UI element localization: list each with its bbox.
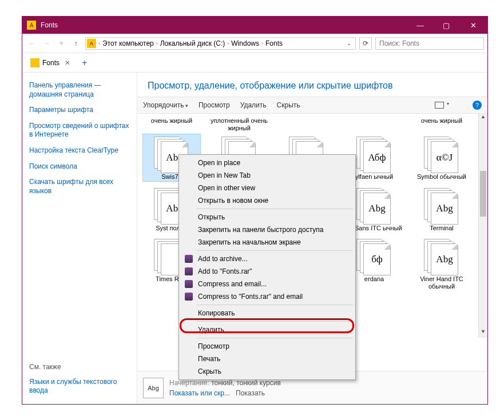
address-dropdown[interactable]: ⌄ xyxy=(344,40,354,46)
details-show-value: Показать xyxy=(236,389,265,397)
menu-item[interactable]: Копировать xyxy=(181,307,354,319)
help-button[interactable]: ? xyxy=(473,101,482,110)
sidebar-link[interactable]: Просмотр сведений о шрифтах в Интернете xyxy=(29,119,130,142)
breadcrumb[interactable]: Fonts xyxy=(265,39,283,47)
tab-label: Fonts xyxy=(42,59,59,67)
menu-item[interactable]: Compress to "Fonts.rar" and email xyxy=(181,290,354,303)
scrollbar[interactable]: ▲ ▼ xyxy=(478,114,487,338)
see-also-label: См. также xyxy=(29,360,130,374)
winrar-icon xyxy=(184,292,193,301)
delete-button[interactable]: Удалить xyxy=(240,101,267,109)
menu-separator xyxy=(197,250,353,251)
scroll-down-icon[interactable]: ▼ xyxy=(479,329,487,338)
menu-separator xyxy=(197,321,353,322)
new-tab-button[interactable]: + xyxy=(77,58,92,68)
menu-item[interactable]: Закрепить на начальном экране xyxy=(181,236,354,249)
winrar-icon xyxy=(184,267,193,276)
organize-button[interactable]: Упорядочить xyxy=(143,101,188,109)
scroll-thumb[interactable] xyxy=(480,171,486,217)
folder-icon xyxy=(30,58,39,67)
window-title: Fonts xyxy=(41,21,407,29)
folder-icon: A xyxy=(87,39,96,48)
hide-button[interactable]: Скрыть xyxy=(277,101,300,109)
font-item[interactable]: AbgViner Hand ITC обычный xyxy=(413,237,470,290)
menu-item[interactable]: Add to "Fonts.rar" xyxy=(181,265,354,278)
titlebar[interactable]: A Fonts — ▢ ✕ xyxy=(22,17,487,34)
font-label: Symbol обычный xyxy=(413,173,470,181)
search-input[interactable] xyxy=(375,37,484,50)
toolbar: Упорядочить Просмотр Удалить Скрыть ? xyxy=(137,97,487,114)
menu-item[interactable]: Open in New Tab xyxy=(181,169,354,182)
menu-item[interactable]: Open in place xyxy=(181,157,354,169)
font-label: Terminal xyxy=(413,225,470,232)
details-show-link[interactable]: Показать или скр... xyxy=(169,389,230,397)
menu-item[interactable]: Печать xyxy=(181,353,354,365)
tab-fonts[interactable]: Fonts ✕ xyxy=(27,56,74,70)
refresh-button[interactable]: ⟳ xyxy=(359,37,372,50)
tab-close-icon[interactable]: ✕ xyxy=(65,59,70,67)
font-item[interactable]: AbgTerminal xyxy=(413,186,470,232)
preview-button[interactable]: Просмотр xyxy=(199,101,230,109)
details-thumbnail: Abg xyxy=(143,378,164,398)
breadcrumb[interactable]: Этот компьютер xyxy=(102,39,154,47)
font-item[interactable]: α©JSymbol обычный xyxy=(413,134,470,181)
menu-separator xyxy=(197,305,353,305)
context-menu: Open in placeOpen in New TabOpen in othe… xyxy=(178,154,356,380)
app-icon: A xyxy=(27,21,36,30)
recent-dropdown[interactable]: ▾ xyxy=(55,38,67,49)
breadcrumb[interactable]: Локальный диск (C:) xyxy=(160,39,225,47)
menu-item[interactable]: Удалить xyxy=(181,323,354,336)
up-button[interactable]: ↑ xyxy=(70,38,82,49)
menu-item[interactable]: Скрыть xyxy=(181,365,354,378)
sidebar: Панель управления — домашняя страница Па… xyxy=(22,73,137,404)
sidebar-link[interactable]: Панель управления — домашняя страница xyxy=(29,78,130,102)
font-label: Viner Hand ITC обычный xyxy=(413,275,470,290)
tab-row: Fonts ✕ + xyxy=(22,53,487,73)
menu-item[interactable]: Compress and email... xyxy=(181,278,354,290)
nav-row: ← → ▾ ↑ A › Этот компьютер› Локальный ди… xyxy=(22,34,487,53)
page-heading: Просмотр, удаление, отображение или скры… xyxy=(137,73,487,97)
minimize-button[interactable]: — xyxy=(407,17,433,34)
winrar-icon xyxy=(184,279,193,289)
sidebar-link[interactable]: Скачать шрифты для всех языков xyxy=(29,175,130,198)
breadcrumb[interactable]: Windows xyxy=(231,39,259,47)
sidebar-link[interactable]: Языки и службы текстового ввода xyxy=(29,375,130,398)
maximize-button[interactable]: ▢ xyxy=(433,17,459,34)
scroll-up-icon[interactable]: ▲ xyxy=(479,114,487,123)
sidebar-link[interactable]: Параметры шрифта xyxy=(29,103,130,118)
menu-separator xyxy=(197,338,353,338)
close-button[interactable]: ✕ xyxy=(459,17,487,34)
sidebar-link[interactable]: Настройка текста ClearType xyxy=(29,143,130,158)
menu-item[interactable]: Открыть xyxy=(181,211,354,223)
address-bar[interactable]: A › Этот компьютер› Локальный диск (C:)›… xyxy=(85,37,356,50)
view-options-button[interactable] xyxy=(435,102,444,109)
menu-item[interactable]: Add to archive... xyxy=(181,253,354,265)
menu-item[interactable]: Открыть в новом окне xyxy=(181,194,354,207)
forward-button[interactable]: → xyxy=(41,38,52,49)
back-button[interactable]: ← xyxy=(26,38,37,49)
menu-item[interactable]: Просмотр xyxy=(181,340,354,353)
sidebar-link[interactable]: Поиск символа xyxy=(29,159,130,174)
menu-separator xyxy=(197,209,353,209)
winrar-icon xyxy=(184,254,193,263)
menu-item[interactable]: Закрепить на панели быстрого доступа xyxy=(181,223,354,236)
menu-item[interactable]: Open in other view xyxy=(181,182,354,194)
